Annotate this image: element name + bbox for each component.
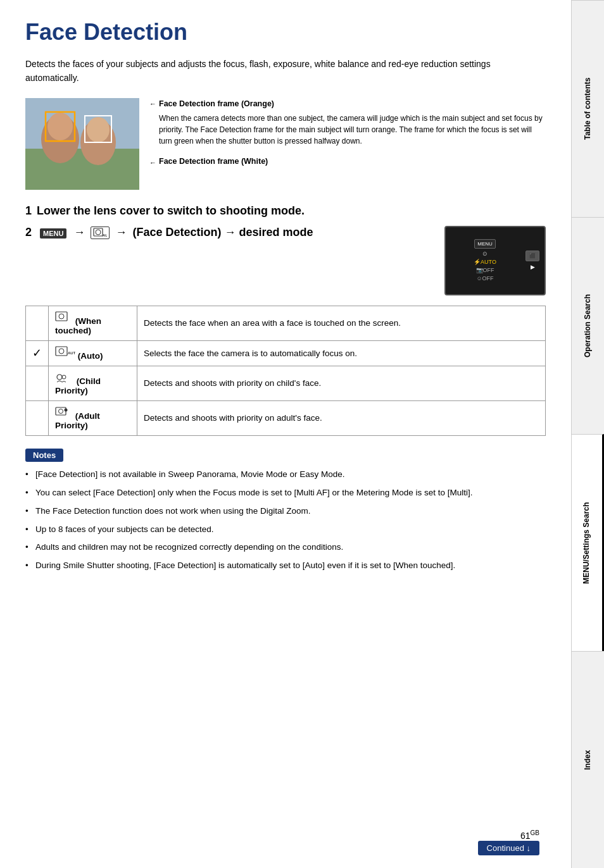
annotation-orange: ← Face Detection frame (Orange) When the… — [149, 98, 546, 147]
table-row: (Adult Priority) Detects and shoots with… — [26, 400, 546, 435]
arrow-line-orange: ← — [149, 99, 156, 109]
table-row: ✓ AUTO (Auto) Selects the face the camer… — [26, 340, 546, 366]
arrow2: → — [115, 226, 127, 239]
mode-icon-cell-child: (Child Priority) — [49, 366, 137, 400]
page-title: Face Detection — [25, 19, 546, 46]
page-footer: 61GB Continued ↓ — [478, 829, 539, 855]
cam-play-icon: ▶ — [531, 264, 535, 270]
when-touched-icon — [55, 311, 73, 324]
menu-badge: MENU — [40, 228, 66, 239]
check-cell-auto: ✓ — [26, 340, 49, 366]
page-num-value: 61 — [520, 831, 531, 841]
step-1: 1 Lower the lens cover to switch to shoo… — [25, 202, 546, 220]
step1-number: 1 — [25, 202, 32, 220]
step2-text: (Face Detection) → desired mode — [132, 226, 313, 239]
menu-icon: MENU — [39, 226, 71, 239]
right-sidebar-tabs: Table of contents Operation Search MENU/… — [571, 0, 604, 868]
svg-point-5 — [87, 117, 110, 142]
intro-text: Detects the faces of your subjects and a… — [25, 57, 546, 85]
check-cell-adult — [26, 400, 49, 435]
step-2-row: 2 MENU → AUTO → (Face Detection) → desir… — [25, 226, 546, 295]
notes-list: [Face Detection] is not available in Swe… — [25, 468, 546, 573]
annotations-block: ← Face Detection frame (Orange) When the… — [149, 98, 546, 170]
mode-icon-cell-adult: (Adult Priority) — [49, 400, 137, 435]
svg-point-12 — [59, 314, 64, 319]
cam-circle-icon: ⊙ — [482, 251, 488, 257]
face-auto-icon-svg: AUTO — [93, 228, 107, 238]
mode-icon-cell-auto: AUTO (Auto) — [49, 340, 137, 366]
photo-svg — [25, 98, 139, 190]
white-frame-title: Face Detection frame (White) — [159, 156, 268, 168]
step2-content: 2 MENU → AUTO → (Face Detection) → desir… — [25, 226, 432, 239]
cam-smile-icon: ☺OFF — [476, 275, 493, 282]
step1-text: Lower the lens cover to switch to shooti… — [37, 202, 305, 220]
svg-point-9 — [96, 230, 101, 235]
note-2: You can select [Face Detection] only whe… — [25, 487, 546, 500]
svg-rect-11 — [56, 312, 67, 321]
face-detect-icon: AUTO — [91, 226, 110, 239]
cam-flash-icon: ⚡AUTO — [474, 259, 496, 265]
orange-frame-title: Face Detection frame (Orange) — [159, 98, 546, 110]
mode-desc-adult: Detects and shoots with priority on adul… — [137, 400, 546, 435]
tab-menu-settings-search[interactable]: MENU/Settings Search — [572, 434, 604, 651]
svg-point-19 — [59, 409, 63, 413]
mode-table: (When touched) Detects the face when an … — [25, 306, 546, 436]
mode-icon-1: (When touched) — [55, 316, 101, 335]
tab-table-of-contents[interactable]: Table of contents — [572, 0, 604, 217]
table-row: (Child Priority) Detects and shoots with… — [26, 366, 546, 400]
camera-diagram: MENU ⊙ ⚡AUTO 📷OFF ☺OFF ⬛ ▶ — [444, 226, 546, 295]
child-priority-icon — [55, 371, 74, 384]
tab-index[interactable]: Index — [572, 651, 604, 868]
photo-demo — [25, 98, 139, 190]
steps-section: 1 Lower the lens cover to switch to shoo… — [25, 202, 546, 295]
mode-desc-child: Detects and shoots with priority on chil… — [137, 366, 546, 400]
adult-priority-icon — [55, 406, 73, 419]
note-1: [Face Detection] is not available in Swe… — [25, 468, 546, 481]
note-5: Adults and children may not be recognize… — [25, 541, 546, 554]
cam-back-icon: ⬛ — [525, 251, 539, 261]
notes-section: Notes [Face Detection] is not available … — [25, 449, 546, 573]
svg-text:AUTO: AUTO — [103, 233, 107, 237]
mode-desc-auto: Selects the face the camera is to automa… — [137, 340, 546, 366]
svg-text:AUTO: AUTO — [68, 351, 75, 355]
svg-point-14 — [59, 349, 64, 354]
cam-right: ⬛ ▶ — [524, 230, 541, 291]
notes-badge: Notes — [25, 449, 63, 462]
main-content: Face Detection Detects the faces of your… — [0, 0, 571, 868]
image-section: ← Face Detection frame (Orange) When the… — [25, 98, 546, 190]
check-cell-child — [26, 366, 49, 400]
svg-point-20 — [65, 408, 68, 411]
continued-label: Continued ↓ — [478, 841, 539, 855]
arrow1: → — [73, 226, 85, 239]
photo-inner — [25, 98, 139, 190]
svg-point-17 — [62, 375, 66, 379]
page-number: 61GB — [478, 829, 539, 841]
mode-icon-cell: (When touched) — [49, 306, 137, 340]
table-row: (When touched) Detects the face when an … — [26, 306, 546, 340]
svg-point-16 — [57, 375, 62, 380]
auto-icon: AUTO — [55, 346, 75, 359]
svg-rect-1 — [25, 149, 139, 190]
cam-camera-icon: 📷OFF — [476, 267, 494, 273]
mode-desc-1: Detects the face when an area with a fac… — [137, 306, 546, 340]
note-4: Up to 8 faces of your subjects can be de… — [25, 523, 546, 536]
svg-point-3 — [47, 113, 73, 140]
svg-rect-13 — [56, 347, 67, 356]
note-6: During Smile Shutter shooting, [Face Det… — [25, 559, 546, 573]
page-suffix: GB — [531, 829, 539, 836]
tab-operation-search[interactable]: Operation Search — [572, 217, 604, 434]
camera-diagram-inner: MENU ⊙ ⚡AUTO 📷OFF ☺OFF ⬛ ▶ — [449, 230, 541, 291]
svg-rect-18 — [56, 407, 66, 415]
cam-left: MENU ⊙ ⚡AUTO 📷OFF ☺OFF — [449, 230, 521, 291]
note-3: The Face Detection function does not wor… — [25, 505, 546, 518]
annotation-white: ← Face Detection frame (White) — [149, 156, 546, 170]
orange-frame-body: When the camera detects more than one su… — [159, 113, 546, 147]
check-cell — [26, 306, 49, 340]
cam-menu-icon: MENU — [474, 239, 496, 249]
step2-number: 2 — [25, 226, 32, 239]
